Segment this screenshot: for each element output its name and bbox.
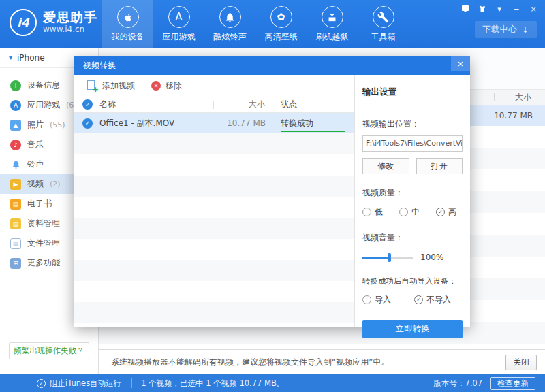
download-center-button[interactable]: 下载中心 ↓ [475,21,537,38]
item-count: (2) [50,180,61,189]
remove-label: 移除 [166,80,182,92]
frequent-failure-help-button[interactable]: 频繁出现操作失败？ [9,342,89,359]
nav-flash-jailbreak[interactable]: 刷机越狱 [307,0,358,48]
output-settings-title: 输出设置 [362,75,463,108]
radio-icon [362,295,371,304]
sidebar-item-label: 文件管理 [27,238,60,249]
box-icon [322,6,343,28]
add-video-button[interactable]: + 添加视频 [87,80,135,92]
file-icon: ▤ [10,238,21,249]
no-import-radio[interactable]: ✓ 不导入 [414,294,451,306]
bell-icon [10,159,21,170]
progress-bar [281,131,345,132]
nav-label: 工具箱 [371,31,396,43]
nav-toolbox[interactable]: 工具箱 [358,0,409,48]
status-column-header[interactable]: 状态 [272,97,354,112]
remove-icon: ✕ [151,81,161,91]
video-volume-label: 视频音量： [362,232,463,244]
feedback-icon[interactable] [461,4,470,14]
flower-icon: ✿ [270,6,292,28]
volume-value: 100% [420,252,443,262]
sidebar-item-label: 资料管理 [27,218,60,229]
close-window-icon[interactable]: × [529,4,538,14]
sidebar-item-label: 照片 [27,119,44,131]
empty-table-rows [74,133,354,327]
dialog-titlebar: 视频转换 × [74,56,470,75]
output-settings-panel: 输出设置 视频输出位置： F:\i4Tools7\Files\ConvertVi… [354,75,470,327]
add-video-label: 添加视频 [102,80,135,92]
dialog-title: 视频转换 [83,60,116,71]
video-size: 10.77 MB [215,118,272,128]
item-count: (55) [50,120,65,129]
sidebar-item-label: 电子书 [27,198,52,210]
download-arrow-icon: ↓ [522,24,529,35]
nav-ringtones[interactable]: 酷炫铃声 [204,0,255,48]
sidebar-item-label: 音乐 [27,139,44,150]
video-name: Office1 - 副本.MOV [99,118,215,129]
app-title: 爱思助手 [43,10,97,24]
add-video-icon: + [87,80,97,91]
nav-label: 我的设备 [112,31,144,43]
info-icon: i [10,80,21,91]
name-column-header[interactable]: 名称 [99,99,213,110]
dialog-close-icon[interactable]: × [451,56,470,71]
i4-logo-icon: i4 [10,9,37,36]
music-icon: ♪ [10,140,21,150]
block-itunes-toggle[interactable]: ✓ 阻止iTunes自动运行 [0,378,121,389]
slider-thumb[interactable] [388,253,391,262]
quality-medium-radio[interactable]: 中 [399,206,420,218]
app-logo: i4 爱思助手 www.i4.cn [10,9,97,36]
nav-my-device[interactable]: 我的设备 [102,0,153,48]
app-url: www.i4.cn [43,24,97,35]
sidebar-item-label: 视频 [27,178,44,190]
video-quality-label: 视频质量： [362,187,463,199]
table-row[interactable]: ✓ Office1 - 副本.MOV 10.77 MB 转换成功 [74,113,354,133]
slider-fill [362,257,390,259]
column-divider [494,93,495,101]
convert-now-button[interactable]: 立即转换 [362,320,463,338]
status-bar: ✓ 阻止iTunes自动运行 1 个视频，已选中 1 个视频 10.77 MB。… [0,374,545,392]
size-column-header[interactable]: 大小 [214,99,272,110]
menu-chevron-icon[interactable]: ▾ [495,4,504,14]
size-column-header[interactable]: 大小 [515,92,531,103]
sidebar-item-label: 应用游戏 [27,99,60,111]
main-nav: 我的设备 A 应用游戏 酷炫铃声 ✿ 高清壁纸 刷机越狱 工具箱 [102,0,409,48]
check-update-button[interactable]: 检查更新 [490,377,535,390]
top-bar: i4 爱思助手 www.i4.cn 我的设备 A 应用游戏 酷炫铃声 ✿ 高清壁… [0,0,545,48]
notice-close-button[interactable]: 关闭 [505,355,537,370]
auto-import-label: 转换成功后自动导入设备： [362,276,463,287]
modify-button[interactable]: 修改 [362,158,409,174]
book-icon: ▤ [10,199,21,210]
sidebar-item-label: 更多功能 [27,257,60,269]
dialog-toolbar: + 添加视频 ✕ 移除 [74,75,354,97]
quality-high-radio[interactable]: ✓ 高 [436,206,456,218]
appstore-icon: A [10,100,21,111]
bell-icon [219,6,241,28]
output-path-input[interactable]: F:\i4Tools7\Files\ConvertVideo [362,135,463,152]
apple-icon [117,6,139,28]
minimize-icon[interactable]: ─ [512,4,521,14]
sidebar-item-label: 铃声 [27,159,44,170]
remove-button[interactable]: ✕ 移除 [151,80,182,92]
import-radio[interactable]: 导入 [362,294,391,306]
theme-shirt-icon[interactable] [478,4,487,14]
grid-icon: ⊞ [10,258,21,269]
radio-checked-icon: ✓ [436,208,445,216]
nav-app-games[interactable]: A 应用游戏 [153,0,204,48]
check-circle-icon: ✓ [37,379,46,388]
nav-label: 刷机越狱 [316,31,349,43]
volume-slider[interactable] [362,257,413,259]
nav-label: 高清壁纸 [265,31,298,43]
radio-checked-icon: ✓ [414,295,423,304]
quality-low-radio[interactable]: 低 [362,206,383,218]
photo-icon: ▲ [10,120,21,131]
select-all-checkbox[interactable]: ✓ [82,99,93,110]
notice-text: 系统视频播放器不能解码所有视频，建议您将视频文件导入到“视频应用”中。 [111,357,389,368]
output-location-label: 视频输出位置： [362,118,463,130]
open-button[interactable]: 打开 [416,158,463,174]
statusbar-divider [131,378,132,388]
nav-wallpapers[interactable]: ✿ 高清壁纸 [255,0,307,48]
row-checkbox[interactable]: ✓ [82,118,93,129]
convert-list-pane: + 添加视频 ✕ 移除 ✓ 名称 大小 状态 ✓ Office1 - 副本. [74,75,354,327]
wrench-icon [373,6,394,28]
